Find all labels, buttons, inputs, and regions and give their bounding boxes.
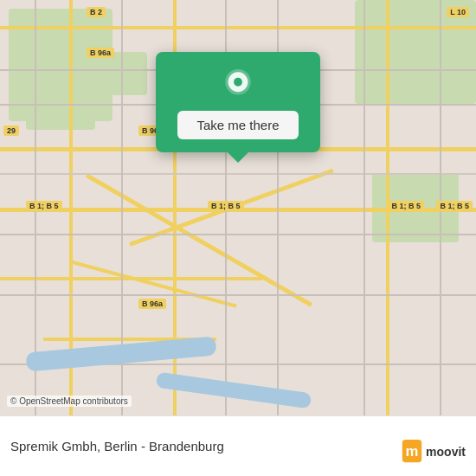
road-label-b2: B 2: [87, 7, 106, 17]
minor-road: [363, 0, 365, 415]
map-popup: Take me there: [156, 52, 320, 152]
bottom-bar: Spremik Gmbh, Berlin - Brandenburg m moo…: [0, 415, 476, 476]
svg-text:m: m: [406, 443, 419, 460]
road-label-b96a-top: B 96a: [87, 48, 114, 58]
road-label-l10: L 10: [447, 7, 469, 17]
moovit-branding: m moovit: [402, 440, 466, 464]
road-label-b1b5-mid: B 1; B 5: [208, 201, 244, 211]
location-pin-icon: [222, 69, 254, 100]
road-label-b96a-bottom: B 96a: [138, 299, 166, 309]
road-label-b1b5-far-right: B 1; B 5: [436, 201, 473, 211]
location-name: Spremik Gmbh, Berlin - Brandenburg: [10, 439, 466, 453]
road-label-b1b5-left: B 1; B 5: [26, 201, 62, 211]
map-container: B 2 L 10 B 96a 29 B 96a B 1; B 5 B 1; B …: [0, 0, 476, 415]
svg-point-2: [234, 78, 242, 87]
road-label-b1b5-right: B 1; B 5: [388, 201, 424, 211]
minor-road: [0, 234, 476, 235]
minor-road: [0, 294, 476, 296]
moovit-icon: m: [402, 440, 422, 464]
moovit-text-label: moovit: [426, 445, 466, 459]
take-me-there-button[interactable]: Take me there: [177, 111, 298, 139]
minor-road: [0, 173, 476, 175]
river: [156, 372, 312, 409]
map-attribution: © OpenStreetMap contributors: [7, 396, 132, 407]
road-label-29: 29: [3, 125, 19, 136]
